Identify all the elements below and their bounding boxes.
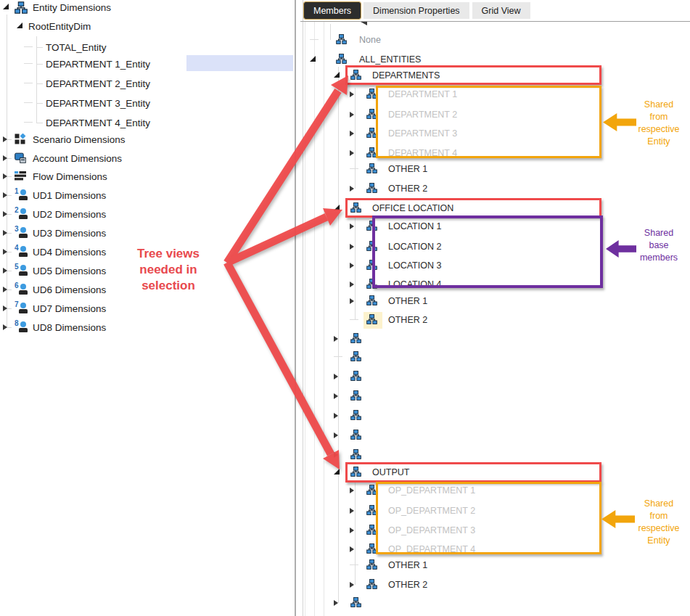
expander-collapsed-icon[interactable] xyxy=(350,508,354,514)
tree-item-label: OTHER 2 xyxy=(388,184,427,194)
expander-collapsed-icon[interactable] xyxy=(334,432,338,438)
note-line: Entity xyxy=(613,535,690,547)
tree-item-unnamed-19[interactable] xyxy=(0,388,690,404)
org-chart-icon xyxy=(366,183,377,196)
expander-collapsed-icon[interactable] xyxy=(350,131,354,136)
tree-item-none[interactable]: None xyxy=(0,32,690,48)
org-chart-icon xyxy=(366,163,377,176)
expander-collapsed-icon[interactable] xyxy=(350,298,354,304)
red-box-office-location xyxy=(345,198,601,218)
expander-collapsed-icon[interactable] xyxy=(350,263,354,268)
expander-collapsed-icon[interactable] xyxy=(350,488,354,493)
tree-item-label: OTHER 2 xyxy=(388,315,427,325)
tree-item-other-1[interactable]: OTHER 1 xyxy=(0,293,690,309)
org-chart-icon xyxy=(350,390,361,403)
expander-expanded-icon[interactable] xyxy=(3,4,9,9)
tab-grid-view[interactable]: Grid View xyxy=(472,2,530,19)
note-tree-views: Tree views needed in selection xyxy=(120,246,216,294)
expander-collapsed-icon[interactable] xyxy=(334,374,338,379)
tab-dimension-properties[interactable]: Dimension Properties xyxy=(364,2,469,19)
expander-collapsed-icon[interactable] xyxy=(350,282,354,287)
tree-item-label: None xyxy=(359,35,381,45)
tree-item-label: OTHER 1 xyxy=(388,560,427,570)
tree-item-unnamed-30[interactable] xyxy=(0,595,690,611)
tree-connector xyxy=(350,168,358,169)
expander-collapsed-icon[interactable] xyxy=(350,186,354,192)
tab-bar: Members Dimension Properties Grid View xyxy=(304,2,530,19)
expander-collapsed-icon[interactable] xyxy=(334,393,338,399)
tree-item-label: OTHER 2 xyxy=(388,580,427,590)
tree-item-other-1[interactable]: OTHER 1 xyxy=(0,557,690,573)
tree-item-unnamed-21[interactable] xyxy=(0,427,690,443)
note-line: respective xyxy=(613,522,690,535)
expander-collapsed-icon[interactable] xyxy=(350,244,354,250)
tree-item-unnamed-22[interactable] xyxy=(0,447,690,463)
orange-box-departments xyxy=(376,86,601,158)
org-chart-icon xyxy=(350,430,361,443)
expander-collapsed-icon[interactable] xyxy=(350,546,354,552)
tree-item-label: OTHER 1 xyxy=(388,296,427,306)
app-window: Entity DimensionsRootEntityDimTOTAL_Enti… xyxy=(0,0,690,616)
tree-item-unnamed-18[interactable] xyxy=(0,369,690,385)
purple-box-locations xyxy=(372,215,603,288)
red-box-output xyxy=(345,462,601,482)
expander-collapsed-icon[interactable] xyxy=(334,336,338,342)
tree-connector xyxy=(350,319,358,320)
org-chart-icon xyxy=(350,333,361,346)
tree-item-label: OTHER 1 xyxy=(388,164,427,174)
org-chart-icon xyxy=(350,371,361,384)
expander-expanded-icon[interactable] xyxy=(334,205,340,210)
tree-item-other-2[interactable]: OTHER 2 xyxy=(0,312,690,328)
note-line: Shared xyxy=(613,99,690,111)
red-box-departments xyxy=(345,65,601,85)
tree-connector xyxy=(24,102,33,103)
note-line: members xyxy=(613,252,690,264)
org-chart-icon xyxy=(15,1,28,17)
tree-item-unnamed-20[interactable] xyxy=(0,408,690,424)
expander-collapsed-icon[interactable] xyxy=(350,91,354,97)
expander-collapsed-icon[interactable] xyxy=(334,452,338,458)
org-chart-icon xyxy=(350,351,361,364)
expander-collapsed-icon[interactable] xyxy=(350,527,354,533)
expander-collapsed-icon[interactable] xyxy=(334,413,338,419)
note-line: selection xyxy=(120,278,216,294)
tree-connector xyxy=(310,39,319,40)
note-line: Shared xyxy=(613,498,690,510)
note-line: Tree views xyxy=(120,246,216,262)
org-chart-icon xyxy=(350,597,361,610)
tree-item-unnamed-16[interactable] xyxy=(0,331,690,347)
tree-item-other-1[interactable]: OTHER 1 xyxy=(0,161,690,177)
tree-item-other-2[interactable]: OTHER 2 xyxy=(0,577,690,593)
tab-members[interactable]: Members xyxy=(304,2,361,19)
tree-item-label: RootEntityDim xyxy=(28,21,91,32)
expander-collapsed-icon[interactable] xyxy=(350,150,354,156)
expander-expanded-icon[interactable] xyxy=(334,469,340,475)
expander-collapsed-icon[interactable] xyxy=(350,582,354,588)
tree-connector xyxy=(350,564,358,565)
expander-expanded-icon[interactable] xyxy=(17,22,22,28)
tree-item-other-2[interactable]: OTHER 2 xyxy=(0,181,690,197)
tree-item-label: Entity Dimensions xyxy=(33,2,111,13)
tree-connector xyxy=(334,356,342,357)
expander-collapsed-icon[interactable] xyxy=(350,223,354,229)
orange-box-op-departments xyxy=(376,482,601,554)
org-chart-icon xyxy=(350,410,361,423)
expander-expanded-icon[interactable] xyxy=(334,72,340,78)
tree-item-unnamed-17[interactable] xyxy=(0,349,690,365)
org-chart-icon xyxy=(366,314,377,327)
org-chart-icon xyxy=(350,449,361,462)
note-line: Shared xyxy=(613,227,690,239)
note-line: needed in xyxy=(120,262,216,278)
note-line: Entity xyxy=(613,136,690,148)
expander-expanded-icon[interactable] xyxy=(310,56,316,62)
expander-collapsed-icon[interactable] xyxy=(350,112,354,118)
org-chart-icon xyxy=(366,295,377,308)
org-chart-icon xyxy=(366,579,377,592)
tree-item-label: ALL_ENTITIES xyxy=(359,54,421,65)
org-chart-icon xyxy=(366,559,377,572)
expander-collapsed-icon[interactable] xyxy=(334,600,338,606)
org-chart-icon xyxy=(336,34,347,47)
